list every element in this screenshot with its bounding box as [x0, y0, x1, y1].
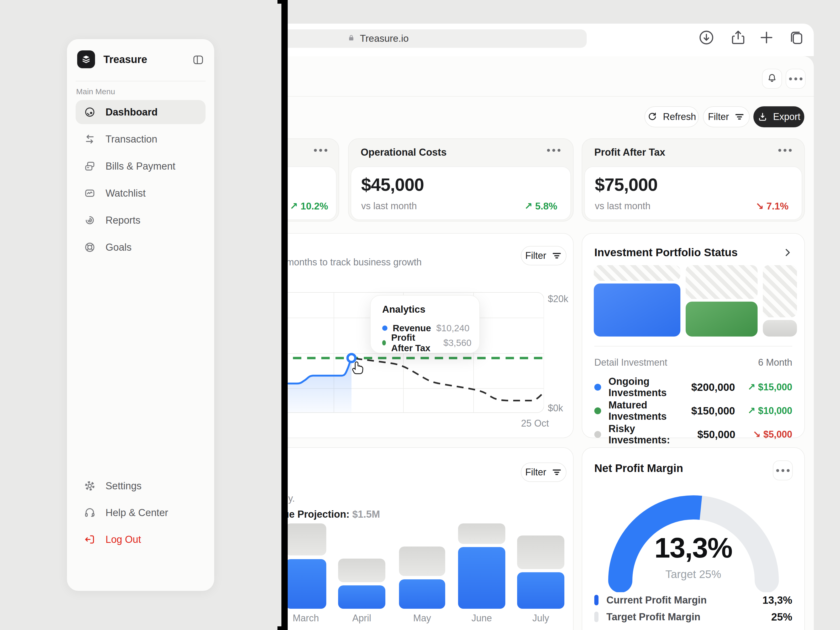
stat-caption: vs last month: [595, 201, 651, 212]
projection-label: Revenue Projection: $1.5M: [288, 509, 380, 520]
tabs-icon[interactable]: [788, 29, 805, 46]
subtitle-fragment: y.: [288, 493, 295, 504]
net-profit-card: Net Profit Margin 13,3% Target 25% Curre…: [582, 447, 805, 630]
sidebar-item-transaction[interactable]: Transaction: [76, 127, 205, 151]
browser-toolbar: Treasure.io: [288, 24, 814, 57]
bell-icon: [767, 73, 777, 85]
legend-dot: [594, 384, 601, 391]
sidebar-item-goals[interactable]: Goals: [76, 235, 205, 259]
stat-title: Profit After Tax: [594, 147, 665, 158]
filter-button[interactable]: Filter: [703, 106, 750, 127]
portfolio-bar-gray: [763, 320, 797, 336]
net-legend-row: Current Profit Margin13,3%: [594, 592, 792, 608]
gauge-target: Target 25%: [582, 568, 804, 581]
sidebar-item-help-center[interactable]: Help & Center: [76, 501, 205, 525]
url-text: Treasure.io: [360, 33, 409, 44]
bar-label: May: [399, 613, 445, 624]
new-tab-icon[interactable]: [758, 29, 775, 46]
portfolio-row: Matured Investments $150,000 ↗ $10,000: [594, 399, 792, 423]
bar-blue-may: [399, 579, 445, 609]
portfolio-rows: Ongoing Investments $200,000 ↗ $15,000 M…: [594, 375, 792, 446]
stat-delta: ↗ 10.2%: [290, 201, 328, 212]
sidebar-item-log-out[interactable]: Log Out: [76, 527, 205, 551]
lock-icon: [347, 34, 355, 43]
downloads-icon[interactable]: [698, 29, 715, 46]
series-dot: [382, 340, 386, 346]
portfolio-divider: [594, 346, 792, 346]
treasure-logo-icon: [77, 51, 95, 68]
legend-pill: [594, 595, 598, 605]
chart-tooltip: Analytics Revenue$10,240 Profit After Ta…: [370, 295, 480, 353]
sidebar-item-watchlist[interactable]: Watchlist: [76, 181, 205, 205]
portfolio-card: Investment Portfolio Status Detail Inves…: [582, 233, 805, 438]
projection-chart-card: y. Revenue Projection: $1.5M Filter Marc…: [288, 447, 573, 630]
card-more-button[interactable]: [778, 149, 792, 152]
bar-blue-june: [458, 547, 505, 609]
chart-filter-button[interactable]: Filter: [521, 246, 567, 265]
net-profit-more-button[interactable]: [773, 460, 793, 480]
card-more-button[interactable]: [547, 149, 561, 152]
portfolio-row: Ongoing Investments $200,000 ↗ $15,000: [594, 375, 792, 399]
stat-card-partial: ↗ 10.2%: [288, 138, 339, 221]
sidebar-nav: Dashboard Transaction Bills & Payment Wa…: [76, 100, 205, 262]
browser-window: Treasure.io: [288, 0, 840, 630]
collapse-sidebar-icon[interactable]: [193, 54, 204, 66]
sidebar-item-bills-payment[interactable]: Bills & Payment: [76, 154, 205, 178]
sidebar-section-label: Main Menu: [76, 87, 115, 96]
hatch-block: [686, 265, 758, 299]
legend-pill: [594, 612, 598, 622]
stat-caption: vs last month: [361, 201, 417, 212]
refresh-button[interactable]: Refresh: [644, 106, 699, 127]
bar-gray-march: [288, 523, 326, 556]
ellipsis-icon: [776, 469, 789, 472]
period-label: 6 Month: [758, 357, 792, 368]
growth-chart-card: months to track business growth Filter: [288, 233, 573, 438]
bar-label: July: [517, 613, 564, 624]
export-button[interactable]: Export: [753, 106, 804, 127]
y-axis-bottom-label: $0k: [548, 403, 563, 414]
stat-inner-panel: $45,000 vs last month ↗ 5.8%: [351, 166, 571, 220]
gauge-value: 13,3%: [582, 531, 804, 564]
detail-investment-label: Detail Investment: [594, 357, 667, 368]
brand-name: Treasure: [103, 54, 147, 65]
hatch-block: [594, 265, 681, 281]
split-view-divider[interactable]: [281, 0, 288, 630]
bar-label: March: [288, 613, 326, 624]
watchlist-icon: [84, 188, 96, 199]
sidebar-item-dashboard[interactable]: Dashboard: [76, 100, 205, 124]
net-profit-legend: Current Profit Margin13,3% Target Profit…: [594, 592, 792, 625]
portfolio-bar-blue: [594, 284, 681, 336]
header-more-button[interactable]: [786, 69, 805, 89]
net-legend-row: Target Profit Margin25%: [594, 608, 792, 625]
bar-blue-april: [338, 585, 385, 609]
headphones-icon: [84, 507, 96, 518]
card-more-button[interactable]: [314, 149, 327, 152]
share-icon[interactable]: [730, 29, 747, 46]
stat-value: $75,000: [595, 174, 658, 195]
bar-blue-july: [517, 572, 564, 609]
goals-icon: [84, 242, 96, 253]
chevron-right-icon[interactable]: [782, 247, 793, 258]
url-bar[interactable]: Treasure.io: [288, 29, 587, 48]
bar-label: June: [458, 613, 505, 624]
net-profit-title: Net Profit Margin: [594, 462, 683, 475]
sidebar-item-settings[interactable]: Settings: [76, 474, 205, 498]
sidebar-divider: [76, 81, 205, 81]
download-icon: [757, 112, 768, 122]
hatch-block: [763, 265, 797, 317]
stat-value: $45,000: [361, 174, 424, 195]
sidebar-item-reports[interactable]: Reports: [76, 208, 205, 232]
bar-filter-button[interactable]: Filter: [521, 463, 567, 482]
stat-delta: ↗ 5.8%: [524, 201, 557, 212]
cursor-hand-icon: [351, 359, 365, 375]
notifications-button[interactable]: [762, 69, 782, 89]
sidebar-footer-nav: Settings Help & Center Log Out: [76, 474, 205, 554]
stat-delta: ↘ 7.1%: [755, 201, 789, 212]
stat-card-operational-costs: Operational Costs $45,000 vs last month …: [348, 138, 573, 221]
bar-gray-april: [338, 559, 385, 582]
reports-icon: [84, 215, 96, 226]
portfolio-bar-green: [686, 302, 758, 336]
chart-subtitle-fragment: months to track business growth: [288, 257, 422, 268]
dashboard-icon: [84, 106, 96, 118]
settings-icon: [84, 480, 96, 492]
